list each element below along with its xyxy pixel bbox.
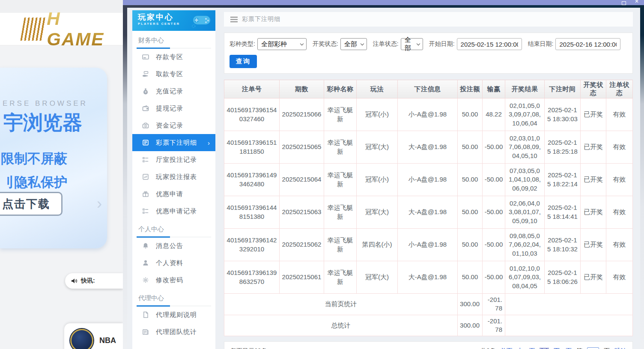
cell-play-type: 冠军(小) (357, 164, 398, 196)
sidebar-item-hall-bet-records[interactable]: 厅室投注记录 (132, 151, 215, 168)
hall-record-icon (142, 156, 149, 163)
cell-win-loss: -50.00 (483, 164, 505, 196)
sidebar-item-change-password[interactable]: 修改密码 (132, 271, 215, 289)
nba-team-logo (70, 329, 93, 349)
sidebar-section-title: 财务中心 (137, 36, 211, 48)
cell-issue-number: 20250215065 (280, 131, 324, 164)
cell-bet-amount: 50.00 (458, 131, 483, 164)
window-frame-right-edge (640, 35, 644, 349)
sidebar-item-deposit-zone[interactable]: 存款专区 (132, 48, 215, 66)
cell-bet-time: 2025-02-15 18:25:18 (545, 131, 581, 164)
nba-card: NBA (64, 323, 123, 349)
page-title: 彩票下注明细 (242, 15, 280, 23)
column-header-win-loss: 输赢 (483, 80, 505, 98)
prev-page-link[interactable]: 上一页 (517, 347, 535, 349)
cell-bet-amount: 50.00 (458, 261, 483, 294)
sidebar-section-title: 个人中心 (137, 225, 211, 237)
sidebar-item-funds-records[interactable]: 资金记录 (132, 117, 215, 134)
bet-row: 40156917396144815138020250215063幸运飞艇新冠军(… (224, 196, 633, 229)
end-date-label: 结束日期: (528, 40, 554, 48)
draw-status-value: 全部 (344, 40, 357, 48)
sidebar-item-promo-application[interactable]: 优惠申请 (132, 185, 215, 203)
cell-draw-result: 02,06,04,03,08,01,07,05,09,10 (505, 196, 545, 229)
cell-lottery-name: 幸运飞艇新 (324, 164, 357, 196)
bet-status-select[interactable]: 全部 (401, 38, 423, 50)
window-titlebar: ✕ (123, 0, 644, 5)
sidebar-item-promo-application-records[interactable]: 优惠申请记录 (132, 203, 215, 220)
report-chart-icon (142, 173, 149, 180)
gamepad-icon (191, 13, 213, 28)
cell-bet-info: 小-A盘@1.98 (398, 229, 458, 261)
column-header-issue-number: 期数 (280, 80, 324, 98)
query-button[interactable]: 查询 (230, 55, 257, 68)
sidebar-item-withdraw-zone[interactable]: 取款专区 (132, 66, 215, 83)
cell-bet-id: 401569173961448151380 (224, 196, 280, 229)
cell-draw-status: 已开奖 (581, 98, 606, 131)
cell-issue-number: 20250215063 (280, 196, 324, 229)
chevron-right-icon: › (208, 139, 215, 146)
maximize-icon[interactable] (622, 1, 626, 5)
sidebar-item-withdrawal-records[interactable]: 提现记录 (132, 100, 215, 117)
sidebar-item-agent-team-stats[interactable]: 代理团队统计 (132, 323, 215, 340)
bets-table-head-row: 注单号期数彩种名称玩法下注信息投注额输赢开奖结果下注时间开奖状态注单状态 (224, 80, 633, 98)
promo-record-icon (142, 208, 149, 215)
cell-issue-number: 20250215062 (280, 229, 324, 261)
jump-page-input[interactable] (587, 347, 599, 349)
menu-toggle-icon[interactable] (230, 17, 238, 22)
gear-icon (142, 277, 149, 283)
page-header: 彩票下注明细 (224, 12, 633, 27)
cell-lottery-name: 幸运飞艇新 (324, 98, 357, 131)
sidebar-item-label: 资金记录 (156, 122, 183, 130)
draw-status-select[interactable]: 全部 (340, 38, 367, 50)
bet-status-label: 注单状态: (373, 40, 399, 48)
main-content: 彩票下注明细 彩种类型: 全部彩种 开奖状态: 全部 注单状态: (224, 12, 633, 349)
cell-win-loss: -50.00 (483, 261, 505, 294)
cell-bet-info: 大-A盘@1.98 (398, 196, 458, 229)
sidebar-item-lottery-bet-details[interactable]: 彩票下注明细› (132, 134, 215, 151)
cell-bet-time: 2025-02-15 18:10:32 (545, 229, 581, 261)
summary-empty (505, 315, 633, 336)
next-page-link[interactable]: 下一页 (554, 347, 572, 349)
first-page-link[interactable]: 首页 (500, 347, 512, 349)
sidebar-item-label: 代理规则说明 (156, 311, 197, 319)
bet-row: 40156917396142329201020250215062幸运飞艇新第四名… (224, 229, 633, 261)
sidebar-item-profile[interactable]: 个人资料 (132, 254, 215, 271)
chevron-down-icon (300, 42, 304, 45)
bet-row: 40156917396151181185020250215065幸运飞艇新冠军(… (224, 131, 633, 164)
cell-lottery-name: 幸运飞艇新 (324, 229, 357, 261)
cell-bet-status: 有效 (606, 261, 633, 294)
background-page: H GAME ERSE BROWSER 宇浏览器 限制不屏蔽 刂隐私保护 点击下… (0, 0, 123, 349)
lottery-type-select[interactable]: 全部彩种 (257, 38, 307, 50)
cell-play-type: 冠军(大) (357, 131, 398, 164)
bets-table-summary: 当前页统计 300.00 -201.78 总统计 300.00 -201.78 (224, 294, 633, 336)
sidebar-item-player-bet-report[interactable]: 玩家投注报表 (132, 168, 215, 185)
sidebar-item-label: 消息公告 (156, 242, 183, 250)
window-frame: 玩家中心 PLAYERS CENTER 财务中心存款专区取款专区¥充值记录提现记… (123, 5, 644, 349)
sidebar-item-announcements[interactable]: 消息公告 (132, 237, 215, 254)
cell-bet-info: 小-A盘@1.98 (398, 164, 458, 196)
sidebar-item-agent-rules[interactable]: 代理规则说明 (132, 306, 215, 323)
cell-bet-time: 2025-02-15 18:22:14 (545, 164, 581, 196)
nba-label: NBA (99, 336, 116, 345)
summary-bet-total: 300.00 (458, 294, 483, 315)
summary-win-total: -201.78 (483, 294, 505, 315)
sidebar-item-recharge-records[interactable]: ¥充值记录 (132, 83, 215, 100)
cell-bet-status: 有效 (606, 131, 633, 164)
start-date-input[interactable] (457, 38, 522, 50)
hh-game-logo-bars-icon (20, 18, 46, 41)
person-icon (142, 260, 149, 266)
end-date-input[interactable] (555, 38, 620, 50)
download-button[interactable]: 点击下载 (0, 192, 63, 216)
sidebar-item-label: 玩家投注报表 (156, 173, 197, 181)
cell-bet-status: 有效 (606, 164, 633, 196)
summary-empty (505, 294, 633, 315)
wallet-icon (142, 105, 149, 112)
summary-label: 总统计 (224, 315, 458, 336)
cell-win-loss: -50.00 (483, 229, 505, 261)
jump-button[interactable]: 跳转 (614, 347, 626, 349)
cell-draw-status: 已开奖 (581, 229, 606, 261)
sidebar-nav: 财务中心存款专区取款专区¥充值记录提现记录资金记录彩票下注明细›厅室投注记录玩家… (132, 36, 215, 340)
cell-lottery-name: 幸运飞艇新 (324, 196, 357, 229)
close-icon[interactable]: ✕ (635, 0, 639, 4)
cell-issue-number: 20250215061 (280, 261, 324, 294)
